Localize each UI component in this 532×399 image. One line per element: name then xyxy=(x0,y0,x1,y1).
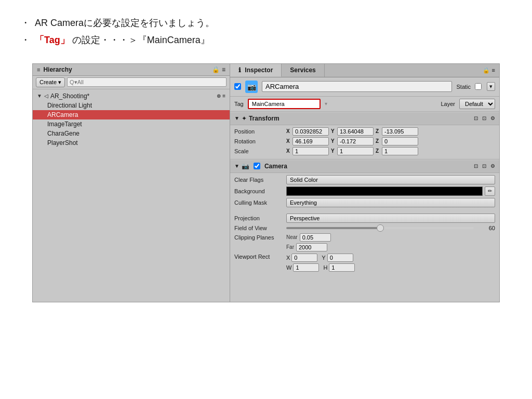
inspector-tab-label: Inspector xyxy=(245,66,273,74)
camera-section-icon: 📷 xyxy=(242,163,249,170)
services-tab-label: Services xyxy=(290,66,315,74)
transform-rows: Position X Y Z xyxy=(230,125,499,159)
object-header: 📷 Static ▾ xyxy=(230,77,499,97)
tag-input[interactable] xyxy=(248,99,321,109)
tree-item-label: PlayerShot xyxy=(47,139,78,147)
near-input[interactable] xyxy=(300,233,331,242)
tree-item-playershot[interactable]: PlayerShot xyxy=(33,138,230,148)
tab-services[interactable]: Services xyxy=(282,64,324,77)
instruction-list: AR Cameraに必要な設定を行いましょう。 「Tag」 の設定・・・＞『Ma… xyxy=(21,16,511,48)
fov-slider[interactable] xyxy=(286,227,474,229)
position-x-input[interactable] xyxy=(292,127,329,136)
hierarchy-panel: ≡ Hierarchy 🔒 ≡ Create ▾ ▼ ◁ AR_Shooting… xyxy=(33,64,230,302)
tree-item-label: ImageTarget xyxy=(47,121,82,128)
rotation-label: Rotation xyxy=(234,138,286,144)
far-label: Far xyxy=(286,244,294,250)
tag-row: Tag ▾ Layer Default xyxy=(230,97,499,112)
projection-row: Projection Perspective xyxy=(234,214,495,223)
far-input[interactable] xyxy=(296,243,327,251)
viewport-h-input[interactable] xyxy=(329,263,355,272)
color-picker-button[interactable]: ✏ xyxy=(485,187,495,196)
scale-y-axis: Y xyxy=(331,148,336,154)
viewport-label: Viewport Rect xyxy=(234,254,286,260)
object-active-checkbox[interactable] xyxy=(234,83,241,90)
viewport-x-label: X xyxy=(286,255,290,261)
position-y-axis: Y xyxy=(331,128,336,134)
viewport-y-input[interactable] xyxy=(327,254,353,262)
position-z-axis: Z xyxy=(376,128,381,134)
scale-y-input[interactable] xyxy=(337,147,374,155)
tree-item-label: ARCamera xyxy=(47,111,78,118)
viewport-h-label: H xyxy=(323,264,327,271)
inspector-panel: ℹ Inspector Services 🔒 ≡ 📷 Static ▾ xyxy=(230,64,499,302)
tree-item-charagene[interactable]: CharaGene xyxy=(33,129,230,138)
position-y-input[interactable] xyxy=(337,127,374,136)
camera-copy-icon[interactable]: ⊡ xyxy=(474,163,478,169)
tag-label: Tag xyxy=(234,101,244,107)
line2-rest: の設定・・・＞『MainCamera』 xyxy=(72,35,210,45)
transform-paste-icon[interactable]: ⊡ xyxy=(482,115,486,121)
scale-x-input[interactable] xyxy=(292,147,329,155)
tab-inspector[interactable]: ℹ Inspector xyxy=(230,64,282,77)
fov-row: Field of View 60 xyxy=(234,225,495,231)
viewport-y-label: Y xyxy=(322,255,325,261)
rotation-x-input[interactable] xyxy=(292,137,329,145)
tree-arrow: ▼ xyxy=(37,93,42,99)
position-row: Position X Y Z xyxy=(234,127,495,136)
create-button[interactable]: Create ▾ xyxy=(36,77,65,87)
object-name-input[interactable] xyxy=(262,81,452,92)
scale-z-axis: Z xyxy=(376,148,381,154)
instruction-line-1: AR Cameraに必要な設定を行いましょう。 xyxy=(21,16,511,31)
transform-title: Transform xyxy=(249,115,472,122)
viewport-x-input[interactable] xyxy=(291,254,317,262)
hierarchy-lock-icon[interactable]: 🔒 xyxy=(212,66,220,73)
projection-dropdown[interactable]: Perspective xyxy=(286,214,495,223)
culling-mask-row: Culling Mask Everything xyxy=(234,198,495,207)
camera-settings-icon[interactable]: ⚙ xyxy=(490,163,495,169)
static-label: Static xyxy=(456,84,471,90)
scene-icon: ◁ xyxy=(44,93,48,99)
transform-section-header: ▼ ✦ Transform ⊡ ⊡ ⚙ xyxy=(230,112,499,125)
static-dropdown[interactable]: ▾ xyxy=(487,82,495,91)
layer-dropdown[interactable]: Default xyxy=(459,99,495,109)
hierarchy-toolbar: Create ▾ xyxy=(33,76,230,89)
hierarchy-menu-icon[interactable]: ≡ xyxy=(222,66,225,73)
scene-root-item[interactable]: ▼ ◁ AR_Shooting* ⊕ ≡ xyxy=(33,91,230,101)
fov-label: Field of View xyxy=(234,225,286,231)
fov-value: 60 xyxy=(477,225,495,231)
near-label: Near xyxy=(286,234,298,240)
scale-label: Scale xyxy=(234,148,286,154)
culling-mask-dropdown[interactable]: Everything xyxy=(286,198,495,207)
clear-flags-dropdown[interactable]: Solid Color xyxy=(286,175,495,184)
line1-text: AR Cameraに必要な設定を行いましょう。 xyxy=(35,18,215,28)
static-checkbox[interactable] xyxy=(475,83,482,90)
tree-item-arcamera[interactable]: ARCamera xyxy=(33,110,230,119)
inspector-lock-icon[interactable]: 🔒 xyxy=(483,67,490,74)
tag-dropdown-icon[interactable]: ▾ xyxy=(325,101,327,107)
hierarchy-header: ≡ Hierarchy 🔒 ≡ xyxy=(33,64,230,76)
camera-enabled-checkbox[interactable] xyxy=(254,163,260,169)
scale-z-input[interactable] xyxy=(382,147,418,155)
camera-fold-icon[interactable]: ▼ xyxy=(234,163,240,169)
viewport-w-input[interactable] xyxy=(293,263,319,272)
viewport-row: Viewport Rect X Y xyxy=(234,254,495,272)
hierarchy-tree: ▼ ◁ AR_Shooting* ⊕ ≡ Directional Light A… xyxy=(33,89,230,302)
transform-fold-icon[interactable]: ▼ xyxy=(234,115,240,121)
transform-settings-icon[interactable]: ⚙ xyxy=(490,115,495,121)
rotation-z-axis: Z xyxy=(376,138,381,144)
background-label: Background xyxy=(234,188,286,194)
hierarchy-search-input[interactable] xyxy=(67,77,227,87)
inspector-menu-icon[interactable]: ≡ xyxy=(492,67,495,73)
rotation-z-input[interactable] xyxy=(382,137,418,145)
camera-section-header: ▼ 📷 Camera ⊡ ⊡ ⚙ xyxy=(230,159,499,173)
tree-item-directional-light[interactable]: Directional Light xyxy=(33,101,230,110)
tree-item-label: Directional Light xyxy=(47,102,92,109)
transform-copy-icon[interactable]: ⊡ xyxy=(474,115,478,121)
tree-item-label: CharaGene xyxy=(47,130,79,137)
camera-paste-icon[interactable]: ⊡ xyxy=(482,163,486,169)
hierarchy-title: Hierarchy xyxy=(43,66,72,73)
position-z-input[interactable] xyxy=(382,127,418,136)
background-color-swatch[interactable] xyxy=(286,187,483,196)
tree-item-imagetarget[interactable]: ImageTarget xyxy=(33,119,230,129)
rotation-y-input[interactable] xyxy=(337,137,374,145)
